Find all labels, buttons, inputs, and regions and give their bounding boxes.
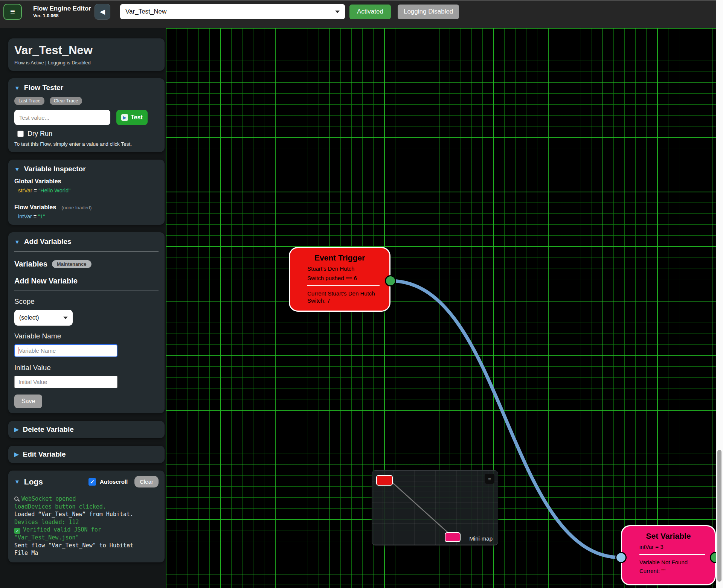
node-status-line: Variable Not Found	[639, 559, 705, 566]
clear-trace-button[interactable]: Clear Trace	[50, 97, 82, 105]
minimap-menu-button[interactable]: ≡	[485, 474, 494, 484]
hamburger-icon: ≡	[10, 7, 15, 17]
add-variables-panel: ▼ Add Variables VariablesMaintenance Add…	[8, 232, 165, 413]
collapse-open-icon: ▼	[14, 478, 20, 485]
app-version: Ver. 1.0.068	[33, 13, 92, 18]
global-variables-heading: Global Variables	[14, 178, 159, 185]
node-status-line: Current: ""	[639, 567, 705, 574]
minimap-node-red	[376, 475, 393, 486]
log-entry: Loaded “Var_Test_New” from Hubitat.	[14, 510, 159, 518]
node-set-variable[interactable]: Set Variable intVar = 3 Variable Not Fou…	[621, 525, 716, 585]
back-icon: ◀	[100, 8, 105, 16]
maintenance-badge: Maintenance	[52, 260, 92, 268]
clear-logs-button[interactable]: Clear	[134, 476, 159, 487]
autoscroll-checkbox[interactable]: ✓	[88, 478, 96, 486]
flow-tester-header[interactable]: ▼ Flow Tester	[14, 84, 159, 92]
flow-title: Var_Test_New	[14, 44, 159, 57]
flow-tester-panel: ▼ Flow Tester Last Trace Clear Trace ▶ T…	[8, 78, 165, 152]
scope-select-value: (select)	[19, 314, 39, 321]
dry-run-checkbox[interactable]	[17, 131, 24, 137]
log-area: WebSocket opened loadDevices button clic…	[14, 495, 159, 557]
flow-variable-row: intVar = "1"	[18, 213, 159, 219]
add-variables-header[interactable]: ▼ Add Variables	[14, 238, 159, 246]
play-icon: ▶	[121, 114, 128, 121]
top-toolbar: ≡ Flow Engine Editor Ver. 1.0.068 ◀ Var_…	[0, 0, 716, 28]
log-entry: Sent flow "Var_Test_New" to Hubitat	[14, 542, 159, 550]
flow-variables-heading: Flow Variables(none loaded)	[14, 204, 159, 211]
node-line: Stuart's Den Hutch	[307, 265, 380, 272]
flow-select-value: Var_Test_New	[125, 8, 166, 15]
chevron-down-icon	[63, 317, 68, 319]
hamburger-icon: ≡	[488, 476, 491, 482]
delete-variable-title: Delete Variable	[23, 425, 74, 434]
logs-title: Logs	[24, 477, 43, 486]
variable-inspector-header[interactable]: ▼ Variable Inspector	[14, 165, 159, 173]
search-icon	[14, 497, 18, 501]
variable-name-input[interactable]	[14, 344, 117, 357]
collapse-open-icon: ▼	[14, 85, 20, 91]
test-button[interactable]: ▶ Test	[116, 110, 148, 125]
equals-sign: =	[34, 213, 38, 219]
page-scrollbar-thumb[interactable]	[717, 450, 721, 582]
minimap[interactable]: ≡ Mini-map	[372, 470, 498, 545]
add-variables-title: Add Variables	[24, 238, 72, 246]
scope-label: Scope	[14, 297, 159, 306]
variables-heading: VariablesMaintenance	[14, 260, 159, 268]
log-entry: WebSocket opened	[14, 495, 159, 503]
flow-tester-title: Flow Tester	[24, 84, 63, 92]
minimap-connection-line	[392, 482, 449, 534]
test-button-label: Test	[131, 114, 143, 121]
collapse-open-icon: ▼	[14, 166, 20, 172]
node-event-trigger[interactable]: Event Trigger Stuart's Den Hutch Switch …	[289, 247, 390, 312]
flow-status-text: Flow is Active | Logging is Disabled	[14, 60, 159, 66]
collapse-closed-icon: ▶	[14, 426, 19, 433]
dry-run-label: Dry Run	[27, 130, 52, 138]
edit-variable-panel: ▶ Edit Variable	[8, 446, 165, 463]
variable-inspector-title: Variable Inspector	[24, 165, 86, 173]
variable-value: "Hello World"	[38, 187, 70, 193]
logs-header[interactable]: ▼ Logs	[14, 477, 43, 486]
initial-value-input[interactable]	[14, 376, 117, 388]
variable-value: "1"	[38, 213, 45, 219]
activated-button[interactable]: Activated	[349, 5, 391, 19]
autoscroll-label: Autoscroll	[100, 478, 128, 485]
page-scrollbar-track[interactable]	[716, 0, 723, 588]
input-port[interactable]	[615, 552, 627, 563]
flow-tester-help-text: To test this Flow, simply enter a value …	[14, 141, 159, 147]
edit-variable-header[interactable]: ▶ Edit Variable	[14, 450, 159, 459]
test-value-input[interactable]	[14, 110, 110, 125]
flow-canvas[interactable]: Event Trigger Stuart's Den Hutch Switch …	[166, 28, 716, 588]
add-new-variable-heading: Add New Variable	[14, 277, 159, 285]
variable-name: intVar	[18, 213, 32, 219]
log-entry: loadDevices button clicked.	[14, 503, 159, 511]
variable-inspector-panel: ▼ Variable Inspector Global Variables st…	[8, 160, 165, 225]
node-line: intVar = 3	[639, 544, 705, 550]
delete-variable-header[interactable]: ▶ Delete Variable	[14, 425, 159, 434]
divider	[639, 554, 705, 555]
save-button[interactable]: Save	[14, 395, 42, 408]
app-title: Flow Engine Editor	[33, 5, 92, 12]
check-icon: ✓	[14, 528, 20, 534]
node-title: Set Variable	[622, 532, 715, 541]
node-line: Switch pushed == 6	[307, 275, 380, 281]
collapse-open-icon: ▼	[14, 239, 20, 245]
log-entry: ✓Verified valid JSON for "Var_Test_New.j…	[14, 526, 159, 542]
log-entry: Devices loaded: 112	[14, 518, 159, 526]
divider	[14, 291, 159, 291]
output-port[interactable]	[385, 275, 396, 286]
variable-name: strVar	[18, 187, 32, 193]
divider	[307, 285, 380, 286]
back-button[interactable]: ◀	[95, 4, 110, 20]
flow-engine-editor-app: ≡ Flow Engine Editor Ver. 1.0.068 ◀ Var_…	[0, 0, 723, 588]
logging-disabled-button[interactable]: Logging Disabled	[398, 5, 459, 19]
last-trace-button[interactable]: Last Trace	[14, 97, 44, 105]
scope-select[interactable]: (select)	[14, 310, 73, 326]
flow-select-dropdown[interactable]: Var_Test_New	[120, 4, 345, 19]
edit-variable-title: Edit Variable	[23, 450, 66, 459]
node-title: Event Trigger	[290, 253, 389, 262]
chevron-down-icon	[335, 11, 340, 13]
initial-value-label: Initial Value	[14, 364, 159, 372]
hamburger-menu-button[interactable]: ≡	[3, 4, 22, 20]
minimap-label: Mini-map	[469, 535, 493, 542]
check-icon: ✓	[90, 479, 95, 485]
